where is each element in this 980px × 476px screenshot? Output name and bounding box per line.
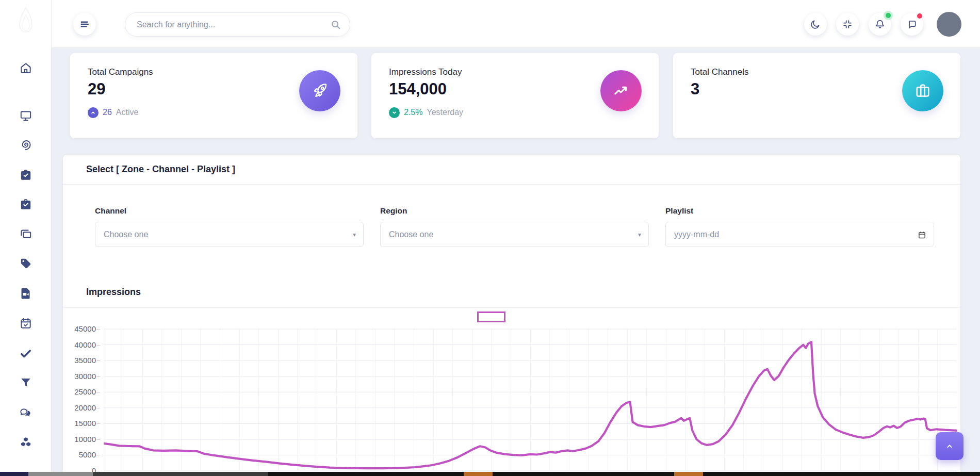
sidebar-item-monitor[interactable]: [19, 109, 32, 122]
sidebar-item-chat-bubbles[interactable]: [19, 406, 32, 419]
divider: [63, 184, 960, 185]
notifications-button[interactable]: [869, 13, 891, 36]
sidebar-item-video-file[interactable]: [19, 287, 32, 300]
sidebar-item-home[interactable]: [19, 61, 32, 75]
calendar-icon[interactable]: [918, 231, 926, 239]
search-bar: [125, 12, 350, 37]
stat-card-impressions-today: Impressions Today 154,000 2.5% Yesterday: [371, 53, 659, 138]
stat-card-total-campaigns: Total Campaigns 29 26 Active: [70, 53, 357, 138]
menu-toggle-button[interactable]: [73, 13, 96, 36]
moon-icon: [810, 19, 821, 30]
sidebar-item-checkmark[interactable]: [19, 347, 32, 360]
channel-select-value: Choose one: [104, 230, 148, 239]
y-axis-tick: [96, 423, 100, 424]
stat-change: 26 Active: [88, 107, 138, 118]
y-axis-tick: [96, 471, 100, 471]
fullscreen-compress-button[interactable]: [836, 13, 859, 36]
sidebar-item-calendar-check[interactable]: [19, 317, 32, 330]
y-axis-tick-label: 25000: [63, 387, 96, 396]
compress-icon: [842, 19, 853, 30]
stat-value: 3: [691, 80, 699, 99]
sidebar-item-tag[interactable]: [19, 257, 32, 270]
stat-change: 2.5% Yesterday: [389, 107, 463, 118]
y-axis-tick-label: 45000: [63, 324, 96, 333]
search-icon[interactable]: [330, 19, 341, 30]
scroll-to-top-button[interactable]: [936, 432, 963, 460]
user-avatar[interactable]: [937, 12, 961, 37]
y-axis-tick: [96, 360, 100, 361]
bell-icon: [874, 19, 886, 30]
chart-legend-swatch[interactable]: [477, 311, 505, 322]
stat-card-total-channels: Total Channels 3: [673, 53, 960, 138]
stat-change-value: 26: [103, 108, 112, 117]
stat-label: Total Channels: [691, 67, 748, 77]
y-axis-tick: [96, 376, 100, 377]
card-title: Select [ Zone - Channel - Playlist ]: [86, 164, 235, 175]
chevron-down-icon: ▾: [353, 231, 356, 238]
y-axis-tick: [96, 392, 100, 392]
chat-square-icon: [906, 19, 918, 30]
sidebar-item-briefcase-check-2[interactable]: [19, 198, 32, 211]
stat-value: 154,000: [389, 80, 447, 99]
stat-change-label: Active: [116, 108, 139, 117]
y-axis-tick-label: 5000: [63, 450, 96, 459]
region-label: Region: [380, 206, 407, 216]
y-axis-tick-label: 40000: [63, 340, 96, 349]
playlist-label: Playlist: [665, 206, 693, 216]
filter-chart-card: Select [ Zone - Channel - Playlist ] Cha…: [63, 155, 960, 476]
y-axis-tick-label: 15000: [63, 419, 96, 428]
channel-select[interactable]: Choose one ▾: [95, 222, 364, 247]
topbar: [52, 0, 980, 48]
sidebar-item-cubes[interactable]: [19, 436, 32, 449]
search-input[interactable]: [137, 13, 322, 36]
arrow-down-circle-icon: [389, 107, 400, 118]
briefcase-icon: [902, 70, 943, 111]
stat-value: 29: [88, 80, 105, 99]
y-axis-tick: [96, 329, 100, 330]
trending-up-icon: [600, 70, 642, 111]
impressions-heading: Impressions: [86, 287, 141, 298]
chart-y-axis: 0500010000150002000025000300003500040000…: [63, 325, 100, 474]
chevron-up-icon: [944, 441, 955, 451]
stat-change-value: 2.5%: [404, 108, 422, 117]
y-axis-tick-label: 20000: [63, 403, 96, 412]
horizontal-scrollbar[interactable]: [0, 472, 980, 476]
y-axis-tick: [96, 345, 100, 346]
region-select-value: Choose one: [389, 230, 433, 239]
y-axis-tick-label: 35000: [63, 356, 96, 365]
rocket-icon: [299, 70, 340, 111]
y-axis-tick: [96, 408, 100, 408]
stat-label: Impressions Today: [389, 67, 462, 77]
sidebar-item-spiral[interactable]: [19, 138, 32, 152]
y-axis-tick-label: 10000: [63, 435, 96, 444]
date-placeholder: yyyy-mm-dd: [674, 230, 719, 239]
playlist-date-input[interactable]: yyyy-mm-dd: [665, 222, 934, 247]
arrow-up-circle-icon: [88, 107, 99, 118]
notification-badge: [886, 13, 891, 18]
sidebar-item-briefcase-check[interactable]: [19, 168, 32, 182]
impressions-line-chart[interactable]: [104, 325, 957, 472]
messages-button[interactable]: [901, 13, 923, 36]
app-logo-flame-icon: [15, 6, 36, 35]
messages-badge: [917, 13, 922, 19]
channel-label: Channel: [95, 206, 126, 216]
stat-change-label: Yesterday: [427, 108, 463, 117]
hamburger-menu-icon: [79, 19, 90, 30]
region-select[interactable]: Choose one ▾: [380, 222, 649, 247]
sidebar: [0, 0, 52, 476]
divider: [63, 307, 960, 308]
sidebar-item-layers[interactable]: [19, 227, 32, 241]
y-axis-tick: [96, 455, 100, 455]
dark-mode-button[interactable]: [804, 13, 827, 36]
chevron-down-icon: ▾: [638, 231, 641, 238]
y-axis-tick: [96, 439, 100, 440]
sidebar-item-filter[interactable]: [19, 376, 32, 389]
stat-label: Total Campaigns: [88, 67, 153, 77]
y-axis-tick-label: 30000: [63, 372, 96, 381]
